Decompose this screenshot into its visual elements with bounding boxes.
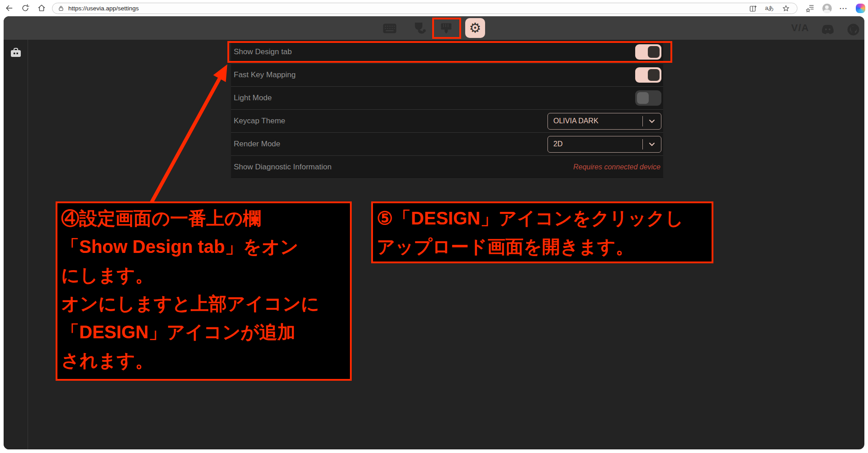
settings-list: Show Design tab Fast Key Mapping Light M…	[231, 41, 663, 179]
annotation-line: にします。	[61, 261, 346, 290]
tab-settings-active[interactable]: ⚙	[465, 18, 485, 38]
briefcase-icon	[10, 47, 22, 58]
setting-label: Show Design tab	[234, 47, 292, 56]
url-text: https://usevia.app/settings	[68, 5, 748, 12]
home-button[interactable]	[35, 2, 48, 14]
toggle-knob	[648, 69, 660, 81]
toggle-knob	[637, 92, 649, 104]
setting-label: Light Mode	[234, 93, 272, 103]
favorite-star-button[interactable]	[781, 4, 791, 14]
toggle-knob	[648, 46, 660, 58]
paintbrush-icon	[440, 22, 453, 35]
toolbox-button[interactable]	[9, 46, 23, 60]
home-icon	[37, 4, 46, 13]
setting-row-show-design-tab: Show Design tab	[231, 41, 663, 64]
discord-link[interactable]	[820, 22, 835, 37]
chevron-down-icon	[643, 119, 661, 123]
annotation-line: されます。	[61, 346, 346, 375]
tab-keyboard[interactable]	[382, 21, 397, 36]
setting-label: Fast Key Mapping	[234, 70, 296, 79]
setting-label: Render Mode	[234, 140, 280, 149]
annotation-line: アップロード画面を開きます。	[377, 233, 708, 261]
github-icon	[847, 23, 859, 36]
copilot-button[interactable]	[855, 3, 865, 13]
tab-design[interactable]	[439, 21, 454, 36]
copilot-icon	[856, 4, 865, 13]
ellipsis-icon: ···	[840, 5, 848, 12]
fast-key-mapping-toggle[interactable]	[635, 67, 661, 83]
github-link[interactable]	[845, 22, 861, 37]
annotation-line: ④設定画面の一番上の欄	[61, 204, 346, 233]
via-logo: V/A	[791, 22, 809, 34]
avatar-icon	[822, 4, 832, 13]
keyboard-icon	[383, 23, 396, 33]
split-screen-button[interactable]	[748, 4, 758, 14]
address-bar[interactable]: https://usevia.app/settings aあ	[52, 3, 797, 14]
keycap-theme-select[interactable]: OLIVIA DARK	[547, 113, 661, 130]
translate-button[interactable]: aあ	[764, 4, 774, 14]
browser-menu-button[interactable]: ···	[839, 3, 849, 13]
annotation-step4: ④設定画面の一番上の欄 「Show Design tab」をオン にします。 オ…	[56, 201, 352, 381]
chevron-down-icon	[643, 142, 661, 146]
annotation-step5: ⑤「DESIGN」アイコンをクリックし アップロード画面を開きます。	[371, 201, 713, 263]
select-value: OLIVIA DARK	[548, 117, 642, 125]
lock-icon	[58, 5, 64, 12]
setting-label: Show Diagnostic Information	[234, 163, 331, 172]
browser-chrome: https://usevia.app/settings aあ ···	[0, 0, 868, 16]
tab-key-tester[interactable]	[412, 21, 427, 36]
refresh-icon	[21, 4, 30, 13]
setting-row-render-mode: Render Mode 2D	[231, 133, 663, 156]
back-button[interactable]	[3, 2, 15, 14]
show-design-tab-toggle[interactable]	[635, 44, 661, 60]
annotation-line: 「DESIGN」アイコンが追加	[61, 318, 346, 346]
left-sidebar	[4, 40, 28, 449]
setting-row-fast-key-mapping: Fast Key Mapping	[231, 64, 663, 87]
select-value: 2D	[548, 140, 642, 148]
light-mode-toggle[interactable]	[635, 90, 661, 106]
render-mode-select[interactable]: 2D	[547, 136, 661, 153]
stethoscope-icon	[413, 21, 426, 36]
profile-avatar[interactable]	[822, 3, 832, 13]
app-top-bar: ⚙ V/A	[4, 16, 864, 40]
discord-icon	[821, 24, 835, 35]
refresh-button[interactable]	[19, 2, 32, 14]
gear-icon: ⚙	[469, 21, 481, 35]
setting-row-keycap-theme: Keycap Theme OLIVIA DARK	[231, 110, 663, 133]
collections-button[interactable]	[805, 3, 815, 13]
setting-row-diagnostic: Show Diagnostic Information Requires con…	[231, 156, 663, 179]
annotation-line: ⑤「DESIGN」アイコンをクリックし	[377, 204, 708, 233]
setting-row-light-mode: Light Mode	[231, 87, 663, 110]
back-icon	[5, 4, 14, 13]
annotation-line: オンにしますと上部アイコンに	[61, 290, 346, 318]
requires-device-note: Requires connected device	[573, 163, 661, 171]
setting-label: Keycap Theme	[234, 117, 285, 126]
annotation-line: 「Show Design tab」をオン	[61, 233, 346, 261]
